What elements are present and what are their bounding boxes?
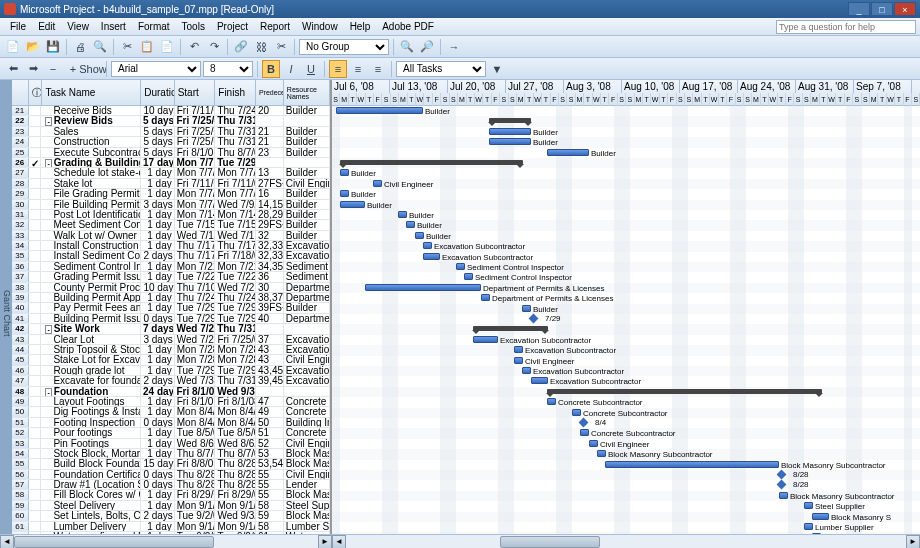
summary-bar[interactable]: [547, 389, 822, 394]
duration-cell[interactable]: 5 days: [141, 116, 174, 125]
gantt-row[interactable]: Concrete Subcontractor: [332, 408, 920, 418]
finish-cell[interactable]: Wed 7/23/08: [215, 283, 256, 292]
table-row[interactable]: 28Stake lot1 dayFri 7/11/08Fri 7/11/0827…: [12, 179, 330, 189]
table-row[interactable]: 29File Grading Permit Application1 dayMo…: [12, 189, 330, 199]
paste-icon[interactable]: 📄: [158, 38, 176, 56]
task-bar[interactable]: Builder: [406, 221, 415, 228]
row-number[interactable]: 47: [12, 376, 29, 385]
start-cell[interactable]: Tue 7/29/08: [175, 314, 216, 323]
pred-cell[interactable]: 55: [256, 470, 284, 479]
indent-icon[interactable]: ➡: [24, 60, 42, 78]
row-number[interactable]: 37: [12, 272, 29, 281]
taskname-cell[interactable]: Strip Topsoil & Stockpile: [41, 345, 141, 354]
taskname-cell[interactable]: -Site Work: [41, 324, 141, 333]
resource-cell[interactable]: Builder: [284, 200, 330, 209]
table-row[interactable]: 25Execute Subcontractor Agreeme5 daysFri…: [12, 148, 330, 158]
task-bar[interactable]: Excavation Subcontractor: [423, 253, 440, 260]
finish-cell[interactable]: Tue 7/29/08: [215, 303, 256, 312]
underline-icon[interactable]: U: [302, 60, 320, 78]
gantt-row[interactable]: Builder: [332, 137, 920, 147]
align-left-icon[interactable]: ≡: [329, 60, 347, 78]
pred-cell[interactable]: 40: [256, 314, 284, 323]
duration-cell[interactable]: 1 day: [141, 220, 174, 229]
row-number[interactable]: 59: [12, 501, 29, 510]
table-row[interactable]: 35Install Sediment Controls2 daysThu 7/1…: [12, 251, 330, 261]
task-bar[interactable]: Lumber Supplier: [804, 523, 813, 530]
resource-cell[interactable]: Department: [284, 293, 330, 302]
gantt-row[interactable]: [332, 324, 920, 334]
taskname-cell[interactable]: Building Permit Approved: [41, 293, 141, 302]
start-cell[interactable]: Mon 7/7/08: [174, 158, 215, 167]
table-row[interactable]: 31Post Lot Identification1 dayMon 7/14/0…: [12, 210, 330, 220]
resource-cell[interactable]: Department: [284, 314, 330, 323]
row-number[interactable]: 58: [12, 490, 29, 499]
table-row[interactable]: 23Sales5 daysFri 7/25/08Thu 7/31/0821Bui…: [12, 127, 330, 137]
finish-cell[interactable]: Thu 8/7/08: [215, 449, 256, 458]
pred-cell[interactable]: 30: [256, 283, 284, 292]
filter-combo[interactable]: All Tasks: [396, 61, 486, 77]
pred-cell[interactable]: 23: [256, 148, 284, 157]
gantt-row[interactable]: Concrete Subcontractor: [332, 397, 920, 407]
row-number[interactable]: 35: [12, 251, 29, 260]
row-number[interactable]: 32: [12, 220, 29, 229]
table-row[interactable]: 30File Building Permit Application3 days…: [12, 200, 330, 210]
table-row[interactable]: 56Foundation Certification0 daysThu 8/28…: [12, 470, 330, 480]
show-combo[interactable]: Show: [84, 60, 102, 78]
pred-cell[interactable]: 34,35: [256, 262, 284, 271]
pred-cell[interactable]: 39FS+2 days: [256, 303, 284, 312]
duration-cell[interactable]: 1 day: [141, 501, 174, 510]
row-number[interactable]: 39: [12, 293, 29, 302]
taskname-cell[interactable]: Construction: [41, 137, 141, 146]
duration-cell[interactable]: 5 days: [141, 137, 174, 146]
pred-cell[interactable]: 58: [256, 522, 284, 531]
gantt-chart-tab[interactable]: Gantt Chart: [0, 80, 12, 546]
taskname-cell[interactable]: Clear Lot: [41, 335, 141, 344]
duration-cell[interactable]: 1 day: [141, 449, 174, 458]
finish-cell[interactable]: Wed 7/9/08: [215, 200, 256, 209]
resource-cell[interactable]: Excavation S: [284, 241, 330, 250]
table-row[interactable]: 47Excavate for foundation2 daysWed 7/30/…: [12, 376, 330, 386]
finish-cell[interactable]: Thu 7/24/08: [215, 293, 256, 302]
duration-cell[interactable]: 7 days: [141, 324, 174, 333]
gantt-row[interactable]: Builder: [332, 127, 920, 137]
duration-cell[interactable]: 3 days: [141, 200, 174, 209]
table-row[interactable]: 38County Permit Process10 daysThu 7/10/0…: [12, 283, 330, 293]
summary-bar[interactable]: [340, 160, 523, 165]
menu-view[interactable]: View: [61, 21, 95, 32]
table-row[interactable]: 32Meet Sediment Control Inspector1 dayTu…: [12, 220, 330, 230]
start-cell[interactable]: Mon 7/21/08: [175, 262, 216, 271]
resource-cell[interactable]: Builder: [284, 303, 330, 312]
duration-cell[interactable]: 1 day: [141, 490, 174, 499]
new-icon[interactable]: 📄: [4, 38, 22, 56]
scroll-right-button-2[interactable]: ►: [906, 535, 920, 548]
gantt-row[interactable]: Block Masonry Subcontractor: [332, 460, 920, 470]
finish-cell[interactable]: Mon 9/1/08: [215, 501, 256, 510]
task-bar[interactable]: Builder: [340, 190, 349, 197]
resource-cell[interactable]: Sediment Co: [284, 262, 330, 271]
finish-cell[interactable]: Mon 8/4/08: [215, 407, 256, 416]
row-number[interactable]: 50: [12, 407, 29, 416]
print-icon[interactable]: 🖨: [71, 38, 89, 56]
task-bar[interactable]: Builder: [489, 128, 531, 135]
task-bar[interactable]: Concrete Subcontractor: [580, 429, 589, 436]
table-row[interactable]: 55Build Block Foundation15 daysFri 8/8/0…: [12, 459, 330, 469]
pred-cell[interactable]: 21: [256, 137, 284, 146]
align-center-icon[interactable]: ≡: [349, 60, 367, 78]
table-row[interactable]: 33Walk Lot w/ Owner1 dayWed 7/16/08Wed 7…: [12, 231, 330, 241]
bold-icon[interactable]: B: [262, 60, 280, 78]
taskname-cell[interactable]: Sediment Control Insp.: [41, 262, 141, 271]
duration-cell[interactable]: 1 day: [141, 262, 174, 271]
pred-cell[interactable]: 55: [256, 480, 284, 489]
finish-cell[interactable]: Tue 7/29/08: [215, 158, 256, 167]
finish-cell[interactable]: Thu 7/31/08: [215, 116, 256, 125]
finish-cell[interactable]: Fri 7/11/08: [215, 179, 256, 188]
pred-cell[interactable]: 53,54: [256, 459, 284, 468]
start-cell[interactable]: Thu 7/17/08: [175, 251, 216, 260]
taskname-cell[interactable]: Receive Bids: [41, 106, 141, 115]
pred-cell[interactable]: 50: [256, 418, 284, 427]
task-bar[interactable]: Block Masonry Subcontractor: [597, 450, 606, 457]
table-row[interactable]: 59Steel Delivery1 dayMon 9/1/08Mon 9/1/0…: [12, 501, 330, 511]
gantt-row[interactable]: 8/28: [332, 470, 920, 480]
table-row[interactable]: 54Stock Block, Mortar, Sand1 dayThu 8/7/…: [12, 449, 330, 459]
table-row[interactable]: 36Sediment Control Insp.1 dayMon 7/21/08…: [12, 262, 330, 272]
